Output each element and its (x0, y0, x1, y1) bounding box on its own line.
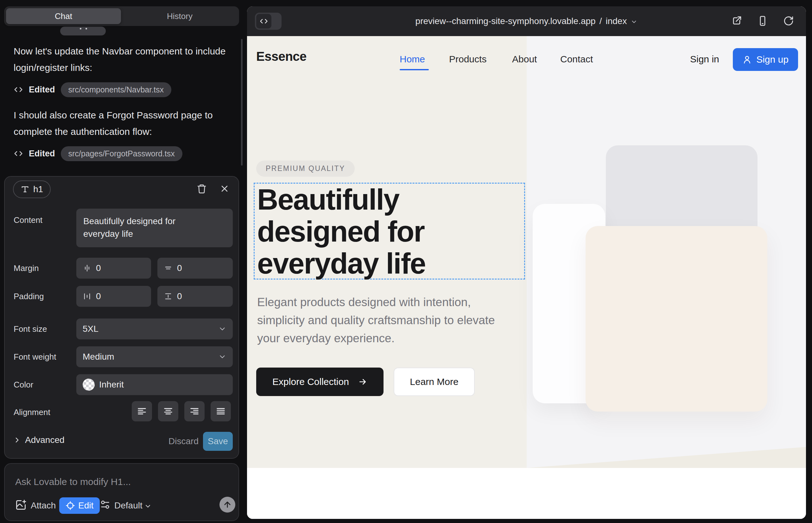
padding-y-input[interactable]: 0 (157, 286, 233, 307)
content-input[interactable]: Beautifully designed for everyday life (76, 209, 233, 247)
margin-label: Margin (14, 264, 39, 273)
sign-up-button[interactable]: Sign up (733, 48, 798, 71)
selected-tag-pill[interactable]: h1 (13, 180, 51, 198)
padding-y-value: 0 (177, 291, 182, 301)
file-path-chip[interactable]: src/components/Navbar.tsx (61, 82, 172, 97)
decorative-cream-card (586, 226, 767, 412)
clipped-scrolled-chip (60, 26, 106, 35)
margin-y-input[interactable]: 0 (157, 258, 233, 278)
margin-horizontal-icon (83, 264, 91, 273)
nav-link-home[interactable]: Home (400, 54, 425, 65)
nav-link-contact[interactable]: Contact (560, 54, 593, 65)
padding-label: Padding (14, 292, 44, 301)
crosshair-icon (66, 501, 75, 510)
save-button[interactable]: Save (203, 432, 233, 451)
edit-mode-button[interactable]: Edit (59, 497, 100, 514)
edited-label: Edited (29, 149, 55, 159)
discard-button[interactable]: Discard (156, 436, 198, 446)
color-value: Inherit (99, 380, 124, 390)
tag-name: h1 (33, 184, 43, 194)
color-select[interactable]: Inherit (76, 374, 233, 395)
font-weight-select[interactable]: Medium (76, 346, 233, 367)
code-preview-toggle[interactable] (255, 13, 282, 30)
align-justify-button[interactable] (211, 401, 231, 421)
hero-heading[interactable]: Beautifully designed for everyday life (257, 184, 520, 279)
edited-file-row: Edited src/components/Navbar.tsx (14, 82, 171, 97)
chevron-down-icon (218, 353, 226, 361)
attach-button[interactable]: Attach (31, 501, 56, 511)
nav-link-products[interactable]: Products (449, 54, 487, 65)
font-size-select[interactable]: 5XL (76, 319, 233, 339)
edit-label: Edit (78, 501, 93, 511)
margin-y-value: 0 (177, 263, 182, 273)
advanced-label: Advanced (25, 435, 65, 445)
chevron-down-icon (144, 502, 152, 510)
explore-collection-button[interactable]: Explore Collection (256, 367, 384, 396)
delete-element-button[interactable] (197, 184, 207, 194)
url-separator: / (600, 16, 602, 26)
padding-x-input[interactable]: 0 (76, 286, 151, 307)
tab-history[interactable]: History (122, 8, 237, 24)
sliders-icon (100, 499, 110, 510)
hero-description: Elegant products designed with intention… (257, 293, 508, 347)
preview-panel: preview--charming-site-symphony.lovable.… (247, 6, 806, 519)
chat-scrollbar[interactable] (241, 39, 243, 166)
element-editor-panel: h1 Content Beautifully designed for ever… (4, 176, 239, 459)
margin-x-input[interactable]: 0 (76, 258, 151, 278)
font-weight-value: Medium (83, 352, 114, 362)
page-name: index (605, 16, 627, 26)
nav-link-about[interactable]: About (512, 54, 537, 65)
arrow-right-icon (358, 377, 367, 386)
edited-label: Edited (29, 85, 55, 95)
padding-vertical-icon (164, 292, 173, 301)
font-size-value: 5XL (83, 324, 99, 334)
color-label: Color (14, 380, 33, 390)
font-size-label: Font size (14, 324, 47, 334)
preview-topbar: preview--charming-site-symphony.lovable.… (247, 6, 806, 36)
type-icon (21, 185, 30, 194)
sign-in-link[interactable]: Sign in (690, 54, 719, 65)
active-nav-underline (400, 69, 429, 70)
code-icon (14, 149, 23, 158)
chevron-right-icon (13, 436, 21, 444)
align-center-button[interactable] (158, 401, 178, 421)
url-bar[interactable]: preview--charming-site-symphony.lovable.… (416, 16, 638, 26)
transparency-swatch-icon (83, 379, 95, 391)
content-label: Content (14, 215, 42, 225)
prompt-input[interactable]: Ask Lovable to modify H1... (15, 476, 131, 487)
learn-more-button[interactable]: Learn More (394, 367, 475, 396)
content-value: Beautifully designed for everyday life (83, 215, 208, 240)
mobile-view-button[interactable] (757, 16, 768, 26)
user-icon (742, 55, 752, 64)
open-external-button[interactable] (731, 16, 742, 26)
chat-message: I should also create a Forgot Password p… (14, 107, 236, 140)
padding-horizontal-icon (83, 292, 91, 301)
alignment-label: Alignment (14, 408, 50, 417)
chevron-down-icon (218, 325, 226, 333)
site-canvas: Essence Home Products About Contact Sign… (247, 36, 806, 519)
refresh-button[interactable] (783, 16, 794, 26)
tab-chat[interactable]: Chat (6, 8, 121, 24)
close-editor-button[interactable] (219, 184, 230, 194)
advanced-toggle[interactable]: Advanced (13, 435, 65, 445)
send-button[interactable] (219, 497, 235, 512)
align-left-button[interactable] (132, 401, 152, 421)
margin-vertical-icon (164, 264, 173, 273)
file-path-chip[interactable]: src/pages/ForgotPassword.tsx (61, 146, 182, 161)
preview-url: preview--charming-site-symphony.lovable.… (416, 16, 596, 26)
premium-quality-badge: PREMIUM QUALITY (256, 161, 355, 177)
model-default-button[interactable]: Default (114, 501, 142, 511)
lovable-builder: Chat History Now let's update the Navbar… (0, 0, 812, 523)
sign-up-label: Sign up (756, 54, 789, 65)
align-right-button[interactable] (184, 401, 205, 421)
site-logo[interactable]: Essence (256, 49, 306, 64)
padding-x-value: 0 (96, 291, 101, 301)
image-plus-icon (15, 499, 27, 511)
sidebar-tabbar: Chat History (4, 6, 239, 26)
code-icon[interactable] (256, 14, 271, 29)
font-weight-label: Font weight (14, 352, 56, 362)
explore-collection-label: Explore Collection (272, 376, 349, 387)
code-icon (14, 85, 23, 94)
prompt-composer: Ask Lovable to modify H1... Attach Edit … (4, 463, 239, 521)
margin-x-value: 0 (96, 263, 101, 273)
